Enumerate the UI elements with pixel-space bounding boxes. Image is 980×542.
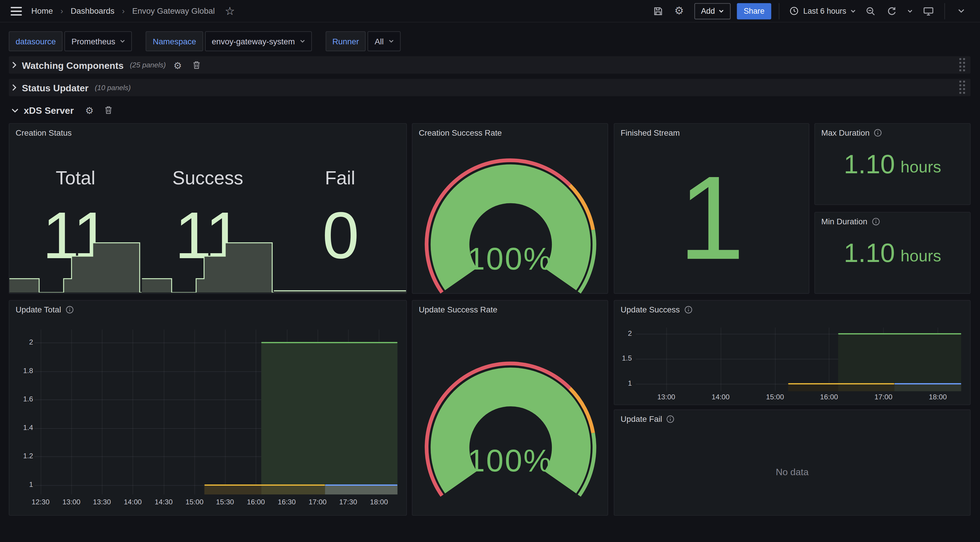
info-icon[interactable] bbox=[65, 305, 73, 314]
x-tick-label: 17:00 bbox=[309, 498, 327, 506]
panel-creation-success-rate: Creation Success Rate 100% bbox=[412, 123, 608, 294]
row-status-updater[interactable]: Status Updater (10 panels) bbox=[9, 79, 970, 96]
stat-fail: Fail 0 bbox=[274, 141, 406, 293]
refresh-icon[interactable] bbox=[883, 2, 900, 20]
row-delete-icon[interactable] bbox=[101, 103, 115, 117]
stat-total: Total 11 bbox=[10, 141, 142, 293]
panel-title[interactable]: Update Success bbox=[620, 305, 680, 314]
row-drag-handle[interactable] bbox=[959, 58, 966, 72]
row-settings-icon[interactable]: ⚙ bbox=[83, 103, 96, 117]
row-title[interactable]: Watching Components bbox=[22, 60, 124, 70]
panel-title[interactable]: Finished Stream bbox=[620, 128, 680, 137]
breadcrumb-home[interactable]: Home bbox=[31, 6, 53, 16]
series-band-2 bbox=[325, 485, 398, 494]
gridline-vertical bbox=[72, 329, 72, 494]
series-line-yellow bbox=[788, 383, 894, 384]
tv-mode-icon[interactable] bbox=[920, 2, 937, 20]
top-navbar: Home › Dashboards › Envoy Gateway Global… bbox=[0, 0, 980, 22]
panel-title[interactable]: Update Total bbox=[16, 305, 61, 314]
gauge-chart bbox=[412, 301, 609, 516]
breadcrumb-dashboards[interactable]: Dashboards bbox=[71, 6, 115, 16]
datasource-label[interactable]: datasource bbox=[9, 31, 63, 51]
y-tick-label: 2 bbox=[14, 338, 33, 346]
y-tick-label: 1.2 bbox=[14, 452, 33, 460]
clock-icon bbox=[789, 6, 799, 16]
share-button[interactable]: Share bbox=[737, 3, 772, 19]
time-series-plot bbox=[34, 329, 398, 494]
save-icon[interactable] bbox=[649, 2, 667, 20]
info-icon[interactable] bbox=[684, 305, 692, 314]
series-band-1 bbox=[261, 485, 325, 494]
row-title[interactable]: Status Updater bbox=[22, 82, 89, 93]
row-title[interactable]: xDS Server bbox=[24, 105, 74, 115]
panel-title[interactable]: Update Fail bbox=[620, 414, 662, 424]
row-delete-icon[interactable] bbox=[189, 58, 203, 72]
time-range-picker[interactable]: Last 6 hours bbox=[787, 6, 858, 16]
x-tick-label: 17:30 bbox=[339, 498, 357, 506]
star-icon[interactable]: ☆ bbox=[221, 2, 239, 20]
gridline-vertical bbox=[41, 329, 41, 494]
dashboard-settings-icon[interactable]: ⚙ bbox=[670, 2, 688, 20]
runner-label[interactable]: Runner bbox=[326, 31, 366, 51]
x-tick-label: 13:00 bbox=[657, 393, 675, 401]
share-button-label: Share bbox=[744, 7, 764, 16]
stat-columns: Total 11 Success 11 Fail 0 bbox=[10, 141, 406, 293]
runner-select[interactable]: All bbox=[368, 31, 401, 51]
series-band-1 bbox=[838, 384, 894, 392]
series-line-blue bbox=[325, 484, 398, 486]
series-band-0 bbox=[205, 485, 261, 494]
menu-icon[interactable] bbox=[8, 2, 25, 20]
sparkline-fail bbox=[274, 241, 406, 293]
namespace-label[interactable]: Namespace bbox=[146, 31, 203, 51]
stat-value: 1 bbox=[678, 158, 745, 277]
y-tick-label: 1 bbox=[614, 379, 632, 387]
info-icon[interactable] bbox=[667, 415, 675, 423]
runner-value: All bbox=[374, 37, 383, 46]
chevron-right-icon bbox=[11, 84, 17, 91]
series-area-green bbox=[838, 334, 961, 391]
panel-min-duration: Min Duration 1.10 hours bbox=[815, 212, 970, 294]
x-tick-label: 14:00 bbox=[124, 498, 142, 506]
stat-label: Success bbox=[142, 167, 274, 189]
refresh-interval-dropdown[interactable] bbox=[904, 2, 916, 20]
panel-update-total: Update Total 12:3013:0013:3014:0014:3015… bbox=[9, 300, 407, 516]
panel-title[interactable]: Creation Status bbox=[16, 128, 72, 137]
chevron-right-icon bbox=[11, 61, 17, 69]
chevron-down-icon bbox=[907, 9, 912, 13]
datasource-select[interactable]: Prometheus bbox=[64, 31, 132, 51]
stat-value: 1.10 bbox=[844, 238, 895, 268]
x-tick-label: 17:00 bbox=[874, 393, 892, 401]
chevron-down-icon bbox=[11, 107, 19, 113]
x-tick-label: 16:00 bbox=[820, 393, 838, 401]
nav-right: ⚙ Add Share Last 6 hours bbox=[649, 2, 970, 20]
panel-update-fail: Update Fail No data bbox=[614, 410, 970, 516]
variable-runner: Runner All bbox=[326, 31, 401, 51]
x-tick-label: 16:30 bbox=[278, 498, 296, 506]
stat-wrap: 1.10 hours bbox=[815, 124, 970, 204]
breadcrumb-separator: › bbox=[122, 6, 124, 16]
row-xds-server[interactable]: xDS Server ⚙ bbox=[9, 101, 970, 119]
zoom-out-icon[interactable] bbox=[862, 2, 880, 20]
stat-unit: hours bbox=[900, 240, 941, 266]
chevron-down-icon bbox=[389, 39, 394, 43]
series-line-green bbox=[261, 342, 398, 343]
chevron-down-icon bbox=[851, 9, 856, 13]
row-drag-handle[interactable] bbox=[959, 81, 966, 94]
namespace-value: envoy-gateway-system bbox=[212, 37, 295, 46]
panel-finished-stream: Finished Stream 1 bbox=[614, 123, 810, 294]
gridline-vertical bbox=[164, 329, 164, 494]
series-band-2 bbox=[894, 384, 961, 392]
row-settings-icon[interactable]: ⚙ bbox=[171, 58, 185, 72]
x-tick-label: 14:30 bbox=[154, 498, 173, 506]
gridline-vertical bbox=[133, 329, 133, 494]
chevron-down-icon bbox=[719, 9, 724, 13]
y-tick-label: 1.4 bbox=[14, 424, 33, 431]
kiosk-chevron-icon[interactable] bbox=[953, 2, 970, 20]
row-watching-components[interactable]: Watching Components (25 panels) ⚙ bbox=[9, 56, 970, 74]
time-series-plot bbox=[636, 328, 961, 392]
x-tick-label: 18:00 bbox=[370, 498, 388, 506]
divider bbox=[779, 3, 780, 19]
add-button[interactable]: Add bbox=[694, 3, 731, 19]
x-tick-label: 15:00 bbox=[766, 393, 784, 401]
namespace-select[interactable]: envoy-gateway-system bbox=[205, 31, 312, 51]
